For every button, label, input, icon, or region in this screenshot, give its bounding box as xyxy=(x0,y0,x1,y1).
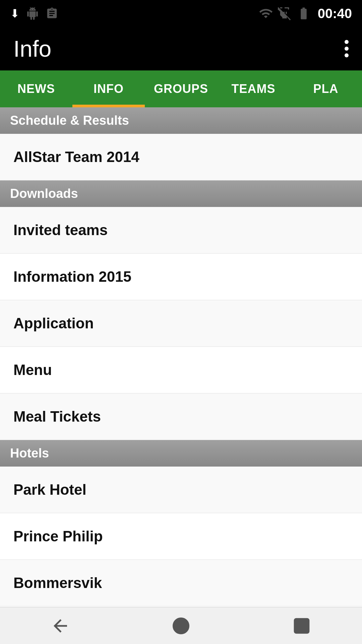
tab-pla-label: PLA xyxy=(313,82,339,96)
clock: 00:40 xyxy=(318,6,352,21)
list-item-park-hotel-label: Park Hotel xyxy=(13,481,86,498)
clipboard-icon xyxy=(46,7,58,20)
status-bar-left: ⬇ xyxy=(10,7,58,20)
svg-rect-1 xyxy=(295,619,309,633)
list-item-information-2015-label: Information 2015 xyxy=(13,268,131,285)
list-item-meal-tickets-label: Meal Tickets xyxy=(13,408,101,425)
list-item-meal-tickets[interactable]: Meal Tickets xyxy=(0,393,362,440)
android-icon xyxy=(26,7,39,20)
recent-apps-button[interactable] xyxy=(288,612,315,639)
status-bar-right: 00:40 xyxy=(259,6,352,21)
section-header-downloads: Downloads xyxy=(0,180,362,207)
content-area: Schedule & Results AllStar Team 2014 Dow… xyxy=(0,107,362,644)
home-button[interactable] xyxy=(168,612,194,639)
list-item-application-label: Application xyxy=(13,315,94,331)
overflow-menu-button[interactable] xyxy=(345,40,349,57)
list-item-invited-teams[interactable]: Invited teams xyxy=(0,207,362,254)
title-bar: Info xyxy=(0,27,362,70)
signal-icon xyxy=(278,6,291,20)
list-item-park-hotel[interactable]: Park Hotel xyxy=(0,467,362,513)
list-item-information-2015[interactable]: Information 2015 xyxy=(0,254,362,300)
tab-bar: NEWS INFO GROUPS TEAMS PLA xyxy=(0,70,362,107)
battery-icon xyxy=(296,6,311,20)
menu-dot-3 xyxy=(345,53,349,57)
menu-dot-2 xyxy=(345,47,349,51)
list-item-menu[interactable]: Menu xyxy=(0,347,362,393)
tab-news-label: NEWS xyxy=(17,82,55,96)
back-button[interactable] xyxy=(47,612,74,639)
tab-pla[interactable]: PLA xyxy=(290,70,362,107)
tab-info[interactable]: INFO xyxy=(72,70,145,107)
list-item-bommersvik[interactable]: Bommersvik xyxy=(0,560,362,606)
tab-teams[interactable]: TEAMS xyxy=(217,70,290,107)
tab-info-label: INFO xyxy=(94,82,124,96)
tab-groups-label: GROUPS xyxy=(154,82,208,96)
download-icon: ⬇ xyxy=(10,7,19,20)
list-item-menu-label: Menu xyxy=(13,362,52,378)
tab-groups[interactable]: GROUPS xyxy=(145,70,217,107)
bottom-nav xyxy=(0,607,362,644)
svg-point-0 xyxy=(174,618,189,633)
list-item-allstar-team-2014-label: AllStar Team 2014 xyxy=(13,149,139,165)
tab-active-indicator xyxy=(72,105,145,107)
page-title: Info xyxy=(13,36,51,62)
status-bar: ⬇ 00:40 xyxy=(0,0,362,27)
list-item-allstar-team-2014[interactable]: AllStar Team 2014 xyxy=(0,134,362,180)
list-item-invited-teams-label: Invited teams xyxy=(13,222,108,238)
list-item-prince-philip-label: Prince Philip xyxy=(13,528,103,544)
list-item-application[interactable]: Application xyxy=(0,300,362,347)
section-header-schedule: Schedule & Results xyxy=(0,107,362,134)
tab-teams-label: TEAMS xyxy=(232,82,276,96)
list-item-bommersvik-label: Bommersvik xyxy=(13,575,102,591)
wifi-icon xyxy=(259,6,273,20)
tab-news[interactable]: NEWS xyxy=(0,70,72,107)
section-header-hotels: Hotels xyxy=(0,440,362,467)
list-item-prince-philip[interactable]: Prince Philip xyxy=(0,513,362,560)
menu-dot-1 xyxy=(345,40,349,44)
